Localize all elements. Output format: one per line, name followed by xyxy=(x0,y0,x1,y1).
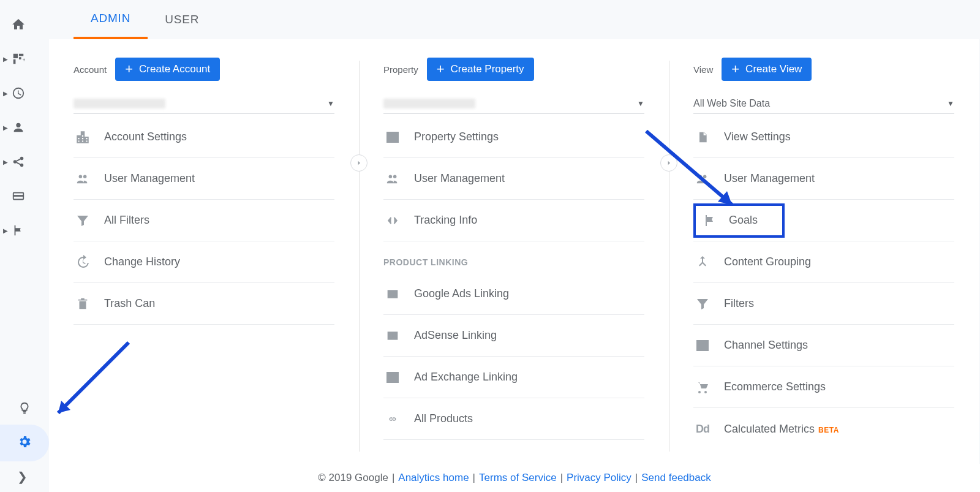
property-selector[interactable]: ▼ xyxy=(383,93,644,114)
nav-acquisition[interactable]: ▶ xyxy=(0,145,49,179)
svg-rect-12 xyxy=(387,132,398,142)
tab-user[interactable]: USER xyxy=(148,0,216,39)
footer-feedback[interactable]: Send feedback xyxy=(641,472,710,484)
funnel-icon xyxy=(74,213,92,228)
beta-badge: BETA xyxy=(818,426,839,434)
column-view: View + Create View All Web Site Data▼ Vi… xyxy=(669,39,979,464)
copy-property-button[interactable] xyxy=(350,154,368,172)
view-calculated-metrics[interactable]: Dd Calculated MetricsBETA xyxy=(693,408,954,450)
svg-rect-1 xyxy=(19,54,23,56)
svg-rect-22 xyxy=(390,333,391,338)
layout-icon xyxy=(383,370,402,385)
account-settings[interactable]: Account Settings xyxy=(74,116,334,158)
nav-discover[interactable] xyxy=(0,394,49,425)
tab-admin[interactable]: ADMIN xyxy=(74,0,148,39)
svg-point-15 xyxy=(389,175,393,178)
svg-rect-31 xyxy=(697,341,708,350)
funnel-icon xyxy=(693,297,712,311)
trash-icon xyxy=(74,297,92,311)
view-goals[interactable]: Goals xyxy=(693,200,954,241)
swap-icon xyxy=(693,338,712,353)
svg-rect-0 xyxy=(13,54,18,58)
history-icon xyxy=(74,255,92,270)
view-label: View xyxy=(693,64,713,75)
property-user-management[interactable]: User Management xyxy=(383,158,644,200)
caret-down-icon: ▼ xyxy=(947,99,954,108)
svg-rect-2 xyxy=(13,59,16,64)
view-settings[interactable]: View Settings xyxy=(693,116,954,158)
people-icon xyxy=(693,172,712,186)
account-selector[interactable]: ▼ xyxy=(74,93,334,114)
page-icon xyxy=(693,129,712,145)
people-icon xyxy=(74,172,92,186)
create-property-button[interactable]: + Create Property xyxy=(427,58,534,81)
nav-realtime[interactable]: ▶ xyxy=(0,76,49,110)
create-view-button[interactable]: + Create View xyxy=(722,58,812,81)
merge-icon xyxy=(693,255,712,270)
account-label: Account xyxy=(74,64,107,75)
dd-icon: Dd xyxy=(693,423,712,436)
create-account-button[interactable]: + Create Account xyxy=(115,58,220,81)
code-icon xyxy=(383,214,402,227)
clock-icon xyxy=(11,86,26,100)
footer-terms[interactable]: Terms of Service xyxy=(479,472,557,484)
property-tracking-info[interactable]: Tracking Info xyxy=(383,200,644,241)
building-icon xyxy=(74,129,92,145)
svg-text:+: + xyxy=(22,57,25,63)
caret-down-icon: ▼ xyxy=(637,99,644,108)
property-settings[interactable]: Property Settings xyxy=(383,116,644,158)
view-ecommerce-settings[interactable]: Ecommerce Settings xyxy=(693,366,954,408)
view-user-management[interactable]: User Management xyxy=(693,158,954,200)
share-icon xyxy=(11,154,26,169)
layout-icon xyxy=(383,130,402,145)
svg-point-6 xyxy=(20,157,24,161)
svg-point-29 xyxy=(699,175,703,178)
view-selector[interactable]: All Web Site Data▼ xyxy=(693,93,954,114)
lightbulb-icon xyxy=(18,401,31,417)
property-ad-exchange-linking[interactable]: Ad Exchange Linking xyxy=(383,357,644,398)
svg-point-16 xyxy=(393,175,397,178)
account-all-filters[interactable]: All Filters xyxy=(74,200,334,241)
svg-point-7 xyxy=(20,164,24,167)
link-icon xyxy=(383,414,402,424)
account-user-management[interactable]: User Management xyxy=(74,158,334,200)
svg-rect-3 xyxy=(19,57,21,59)
svg-point-10 xyxy=(79,175,83,178)
people-icon xyxy=(383,172,402,186)
account-trash-can[interactable]: Trash Can xyxy=(74,283,334,325)
footer-privacy[interactable]: Privacy Policy xyxy=(567,472,631,484)
flag-icon xyxy=(701,213,719,228)
nav-home[interactable]: ▶ xyxy=(0,7,49,42)
dashboard-icon: + xyxy=(11,51,26,66)
property-all-products[interactable]: All Products xyxy=(383,398,644,440)
chevron-right-icon: ❯ xyxy=(17,469,28,484)
footer-analytics-home[interactable]: Analytics home xyxy=(398,472,469,484)
caret-down-icon: ▼ xyxy=(327,99,334,108)
admin-user-tabs: ADMIN USER xyxy=(49,0,980,39)
svg-point-11 xyxy=(83,175,87,178)
nav-customization[interactable]: ▶ + xyxy=(0,42,49,76)
column-property: Property + Create Property ▼ Property Se… xyxy=(359,39,669,464)
cart-icon xyxy=(693,380,712,395)
account-change-history[interactable]: Change History xyxy=(74,241,334,283)
card-icon xyxy=(11,189,26,203)
svg-point-5 xyxy=(13,160,17,164)
nav-expand-toggle[interactable]: ❯ xyxy=(0,461,49,492)
view-content-grouping[interactable]: Content Grouping xyxy=(693,241,954,283)
home-icon xyxy=(11,17,26,32)
property-google-ads-linking[interactable]: Google Ads Linking xyxy=(383,273,644,315)
view-channel-settings[interactable]: Channel Settings xyxy=(693,325,954,366)
adsense-icon xyxy=(383,330,402,342)
property-label: Property xyxy=(383,64,418,75)
svg-point-30 xyxy=(703,175,707,178)
left-sidebar: ▶ ▶ + ▶ ▶ ▶ xyxy=(0,0,49,492)
nav-admin[interactable] xyxy=(0,425,49,461)
nav-conversions[interactable]: ▶ xyxy=(0,213,49,248)
column-account: Account + Create Account ▼ Account Setti… xyxy=(49,39,359,464)
view-filters[interactable]: Filters xyxy=(693,283,954,325)
copy-view-button[interactable] xyxy=(660,154,677,172)
nav-behavior[interactable]: ▶ xyxy=(0,179,49,213)
nav-audience[interactable]: ▶ xyxy=(0,110,49,145)
property-adsense-linking[interactable]: AdSense Linking xyxy=(383,315,644,357)
person-icon xyxy=(11,120,26,135)
